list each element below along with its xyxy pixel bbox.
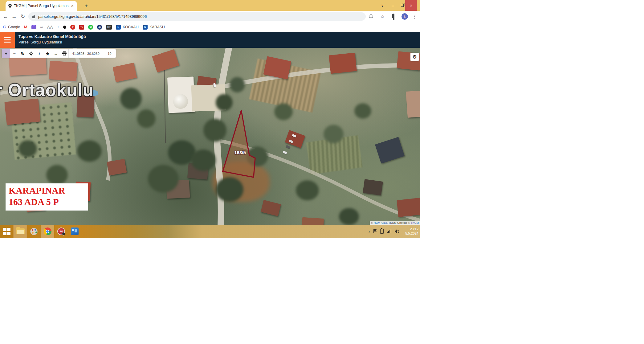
bookmark-maps[interactable] (63, 26, 66, 29)
bookmarks-bar: G Google M ∞ ⋀⋀ ◔ 7 TV ✆ ◎ Inv N KOCAALİ… (0, 22, 420, 32)
profile-avatar[interactable]: k (401, 13, 408, 20)
refresh-button[interactable]: ↻ (18, 49, 27, 58)
printer-icon (62, 51, 67, 55)
folder-icon (16, 228, 25, 234)
back-icon[interactable]: ← (1, 14, 10, 20)
clock-time: 23:12 (410, 227, 418, 231)
bookmark-eye[interactable]: ◔ (57, 25, 59, 29)
forward-icon[interactable]: → (10, 14, 18, 20)
taskbar-ude-app[interactable]: UDE (54, 225, 68, 238)
google-icon: G (3, 25, 6, 29)
side-panel-icon[interactable] (393, 14, 394, 20)
app-title-line2: Parsel Sorgu Uygulaması (18, 40, 86, 44)
address-bar[interactable]: parselsorgu.tkgm.gov.tr/#ara/idari/15431… (28, 12, 366, 21)
karasu-icon: N (143, 25, 148, 30)
system-tray: ▴ (369, 225, 400, 238)
app-title-line1: Tapu ve Kadastro Genel Müdürlüğü (18, 34, 86, 39)
network-signal-icon[interactable] (387, 229, 392, 233)
seven-icon: 7 (70, 25, 75, 30)
wings-icon: ⋀⋀ (47, 25, 53, 29)
location-pin-favicon (8, 4, 12, 8)
menu-hamburger-button[interactable] (0, 32, 15, 48)
browser-tab[interactable]: TKGM | Parsel Sorgu Uygulaması × (6, 1, 77, 11)
tab-search-icon[interactable]: ∨ (378, 0, 386, 11)
zoom-level-readout: 19 (103, 49, 116, 58)
map-settings-button[interactable]: ⚙ (410, 53, 419, 61)
browser-window: TKGM | Parsel Sorgu Uygulaması × + ∨ – ×… (0, 0, 420, 238)
bookmark-mail[interactable] (31, 25, 36, 29)
volume-icon[interactable] (395, 229, 400, 234)
taskbar-clock[interactable]: 23:12 5.5.2024 (405, 225, 418, 238)
control-panel-icon (71, 227, 79, 235)
start-button[interactable] (0, 225, 14, 238)
bookmark-kocaali[interactable]: N KOCAALİ (116, 25, 139, 30)
bookmark-spiral[interactable]: ◎ (97, 25, 102, 30)
gmail-icon: M (24, 25, 27, 29)
parcel-info-box: KARAPINAR 163 ADA 5 P (6, 183, 88, 211)
school-map-label: r Ortaokulu (0, 80, 94, 100)
taskbar-paint[interactable] (27, 225, 41, 238)
map-canvas[interactable]: 163/5 r Ortaokulu KARAPINAR 163 ADA 5 P … (0, 48, 420, 225)
crosshair-icon (29, 51, 33, 56)
infinity-icon: ∞ (40, 25, 43, 29)
minimize-button[interactable]: – (389, 0, 397, 11)
windows-taskbar: UDE ▴ 23:12 5.5.2024 (0, 225, 420, 238)
pin-icon (63, 25, 67, 29)
inv-icon: Inv (106, 25, 112, 30)
bookmark-whatsapp[interactable]: ✆ (88, 25, 93, 30)
info-button[interactable]: i (35, 49, 43, 58)
new-tab-button[interactable]: + (83, 2, 90, 10)
reload-icon[interactable]: ↻ (18, 13, 27, 20)
windows-logo-icon (3, 228, 10, 235)
favorite-button[interactable]: ★ (43, 49, 52, 58)
map-attribution: © HGM Atlas, TKGM Ortofoto © TKGM (370, 221, 420, 225)
zoom-in-button[interactable]: + (2, 49, 10, 58)
desktop-screen: TKGM | Parsel Sorgu Uygulaması × + ∨ – ×… (0, 0, 644, 344)
bookmark-inv[interactable]: Inv (106, 25, 112, 30)
zoom-out-button[interactable]: − (10, 49, 18, 58)
spiral-icon: ◎ (97, 25, 102, 30)
tab-title: TKGM | Parsel Sorgu Uygulaması (14, 4, 71, 8)
bookmark-gmail[interactable]: M (24, 25, 27, 29)
tray-expand-icon[interactable]: ▴ (369, 230, 370, 233)
bookmark-seven[interactable]: 7 (70, 25, 75, 30)
bookmark-haber[interactable]: TV (79, 25, 84, 30)
bookmark-meet[interactable]: ∞ (40, 25, 43, 29)
bookmark-google[interactable]: G Google (3, 25, 20, 29)
bookmark-wings[interactable]: ⋀⋀ (47, 25, 53, 29)
tab-bar: TKGM | Parsel Sorgu Uygulaması × + ∨ – × (0, 0, 420, 11)
tv-haber-icon: TV (79, 25, 84, 30)
coordinates-readout: 41.0525 : 30.6269 (68, 49, 103, 58)
bookmark-star-icon[interactable]: ☆ (380, 14, 385, 19)
attribution-link-hgm[interactable]: HGM Atlas (374, 221, 387, 224)
action-center-flag-icon[interactable] (373, 229, 377, 233)
address-bar-row: ← → ↻ parselsorgu.tkgm.gov.tr/#ara/idari… (0, 11, 420, 22)
map-toolbar: + − ↻ i ★ ↔ 41.0525 : 30.6269 19 (2, 49, 116, 58)
paint-palette-icon (30, 228, 38, 235)
lock-icon (32, 14, 35, 18)
share-icon[interactable] (369, 13, 373, 19)
envelope-icon (31, 25, 36, 29)
app-header: Tapu ve Kadastro Genel Müdürlüğü Parsel … (0, 32, 420, 48)
pan-button[interactable] (27, 49, 35, 58)
parcel-number-label: 163/5 (226, 150, 254, 155)
app-title: Tapu ve Kadastro Genel Müdürlüğü Parsel … (18, 34, 86, 44)
battery-icon[interactable] (380, 229, 384, 234)
chrome-icon (44, 227, 51, 235)
parcel-info-line2: 163 ADA 5 P (9, 196, 85, 207)
ude-app-icon: UDE (57, 227, 65, 235)
kocaali-icon: N (116, 25, 121, 30)
url-text: parselsorgu.tkgm.gov.tr/#ara/idari/15431… (38, 14, 147, 19)
browser-menu-icon[interactable]: ⋮ (412, 14, 417, 19)
eye-icon: ◔ (57, 25, 59, 29)
parcel-info-line1: KARAPINAR (9, 185, 85, 196)
attribution-link-tkgm[interactable]: TKGM (411, 221, 419, 224)
taskbar-chrome[interactable] (41, 225, 54, 238)
tab-close-icon[interactable]: × (71, 3, 74, 8)
taskbar-file-explorer[interactable] (14, 225, 27, 238)
close-window-button[interactable]: × (405, 0, 417, 11)
print-button[interactable] (60, 49, 68, 58)
taskbar-settings-app[interactable] (68, 225, 81, 238)
bookmark-karasu[interactable]: N KARASU (143, 25, 165, 30)
measure-button[interactable]: ↔ (52, 49, 60, 58)
